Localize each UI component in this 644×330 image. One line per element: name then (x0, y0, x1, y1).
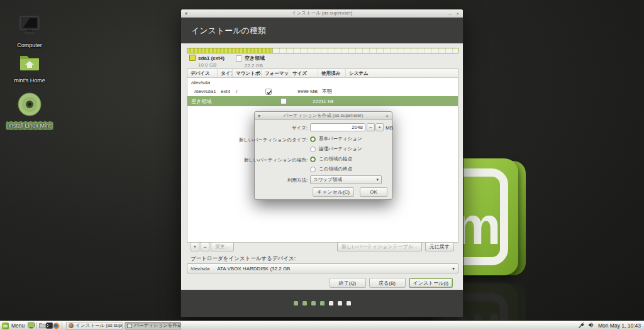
task-app-icon (69, 323, 74, 328)
use-as-label: 利用方法: (287, 177, 308, 184)
taskbar-task-create-partition[interactable]: パーティションを作成 (a... (125, 322, 181, 330)
mint-menu-icon: m (2, 322, 9, 329)
cell-size: 9999 MB (289, 89, 318, 94)
installer-titlebar[interactable]: ▾ インストール (as superuser) – × (181, 9, 463, 18)
format-checkbox-unchecked[interactable] (280, 98, 287, 104)
cell-size: 22211 MB (304, 99, 333, 104)
terminal-icon[interactable] (46, 322, 53, 329)
desktop-icon-install-mint[interactable]: Install Linux Mint (5, 92, 54, 130)
window-menu-icon[interactable]: ▾ (185, 9, 187, 18)
size-label: サイズ: (292, 125, 308, 131)
table-row-free-space-selected[interactable]: 空き領域 22211 MB (187, 96, 458, 106)
wizard-actions: 終了(Q) 戻る(B) インストール(I) (330, 278, 453, 288)
column-header-format[interactable]: フォーマット (262, 69, 289, 77)
progress-dot (303, 301, 307, 305)
dialog-titlebar[interactable]: ▾ パーティションを作成 (as superuser) × (255, 112, 392, 120)
use-as-value: スワップ領域 (313, 177, 342, 183)
format-checkbox-checked[interactable] (265, 89, 272, 95)
progress-dot (329, 301, 333, 305)
chevron-down-icon: ▾ (376, 177, 379, 182)
radio-primary-partition[interactable]: 基本パーティション (310, 136, 362, 142)
desktop-icon-home[interactable]: mint's Home (5, 53, 54, 85)
cell-device: /dev/sda (187, 80, 210, 85)
new-partition-table-button[interactable]: 新しいパーティションテーブル... (337, 242, 422, 251)
ok-button[interactable]: OK (360, 187, 387, 197)
network-plug-icon[interactable] (578, 322, 585, 330)
use-as-select[interactable]: スワップ領域 ▾ (310, 175, 382, 184)
taskbar-task-installer[interactable]: インストール (as super... (66, 322, 123, 330)
partition-toolbar: + − 変更... 新しいパーティションテーブル... 元に戻す (191, 242, 454, 251)
install-button[interactable]: インストール(I) (409, 278, 453, 288)
radio-beginning-of-space[interactable]: この領域の始点 (310, 156, 352, 162)
legend-label: sda1 (ext4) (198, 55, 225, 61)
column-header-size[interactable]: サイズ (289, 69, 318, 77)
close-icon[interactable]: × (386, 112, 389, 120)
table-header-row: デバイス タイプ マウントポイント フォーマット サイズ 使用済み システム (187, 69, 458, 78)
dialog-buttons: キャンセル(C) OK (313, 187, 387, 197)
dialog-title: パーティションを作成 (as superuser) (255, 113, 392, 119)
menu-button[interactable]: m Menu (0, 321, 28, 330)
menu-label: Menu (11, 322, 25, 329)
taskbar: m Menu インストール (as super... パーティションを作成 (a… (0, 321, 644, 330)
size-decrement-button[interactable]: − (367, 123, 375, 131)
create-partition-dialog: ▾ パーティションを作成 (as superuser) × サイズ: − + M… (254, 111, 392, 200)
show-desktop-icon[interactable] (28, 322, 35, 329)
separator (62, 322, 62, 329)
partition-visual-bar (187, 48, 458, 53)
bootloader-device-select[interactable]: /dev/sda ATA VBOX HARDDISK (32.2 GB ▾ (187, 263, 458, 273)
bootloader-device: /dev/sda (191, 266, 209, 272)
installer-header: インストールの種類 (181, 18, 463, 43)
chevron-down-icon: ▾ (452, 266, 455, 272)
cell-device: /dev/sda1 (187, 89, 218, 94)
partition-legend: sda1 (ext4) 10.0 GB 空き領域 22.2 GB (189, 55, 265, 69)
cell-used: 不明 (318, 88, 346, 95)
progress-dot (311, 301, 316, 305)
volume-icon[interactable] (588, 322, 595, 329)
computer-icon (18, 15, 41, 36)
column-header-mountpoint[interactable]: マウントポイント (233, 69, 262, 77)
progress-dot (347, 301, 351, 305)
back-button[interactable]: 戻る(B) (369, 278, 406, 288)
revert-button[interactable]: 元に戻す (425, 242, 454, 251)
size-increment-button[interactable]: + (375, 123, 384, 131)
radio-end-of-space[interactable]: この領域の終点 (310, 166, 352, 172)
legend-item-sda1: sda1 (ext4) 10.0 GB (189, 55, 225, 69)
radio-checked-icon (310, 157, 316, 162)
remove-partition-button[interactable]: − (201, 242, 209, 251)
column-header-type[interactable]: タイプ (218, 69, 233, 77)
radio-unchecked-icon (310, 146, 316, 152)
desktop-icon-label: Install Linux Mint (6, 122, 52, 129)
change-partition-button[interactable]: 変更... (211, 242, 234, 251)
size-input[interactable] (310, 123, 365, 131)
size-unit: MB (386, 125, 393, 131)
cancel-button[interactable]: キャンセル(C) (313, 187, 354, 197)
file-manager-icon[interactable] (39, 322, 46, 329)
home-folder-icon (18, 53, 41, 72)
radio-unchecked-icon (310, 167, 316, 172)
cell-device: 空き領域 (187, 98, 277, 105)
minimize-icon[interactable]: – (449, 9, 452, 18)
add-partition-button[interactable]: + (191, 242, 199, 251)
bootloader-disk: ATA VBOX HARDDISK (32.2 GB (217, 266, 290, 272)
firefox-icon[interactable] (53, 322, 60, 329)
close-icon[interactable]: × (456, 9, 459, 18)
window-title: インストール (as superuser) (181, 10, 463, 16)
radio-logical-partition[interactable]: 論理パーティション (310, 146, 362, 152)
cell-type: ext4 (218, 89, 233, 94)
column-header-used[interactable]: 使用済み (318, 69, 346, 77)
desktop-icon-computer[interactable]: Computer (5, 15, 54, 50)
bootloader-label: ブートローダをインストールするデバイス: (191, 255, 296, 263)
desktop-icon-label: mint's Home (12, 77, 47, 84)
column-header-system[interactable]: システム (346, 69, 458, 77)
quit-button[interactable]: 終了(Q) (330, 278, 366, 288)
cell-format (262, 89, 289, 95)
clock[interactable]: Mon May 1, 10:43 (598, 322, 641, 329)
window-menu-icon[interactable]: ▾ (258, 112, 260, 120)
table-row-sda1[interactable]: /dev/sda1 ext4 / 9999 MB 不明 (187, 87, 458, 96)
task-app-icon (127, 324, 132, 328)
column-header-device[interactable]: デバイス (187, 69, 218, 77)
progress-dot (294, 301, 298, 305)
table-row-disk[interactable]: /dev/sda (187, 78, 458, 87)
wizard-progress-dots (181, 290, 463, 317)
legend-size: 10.0 GB (198, 62, 225, 68)
